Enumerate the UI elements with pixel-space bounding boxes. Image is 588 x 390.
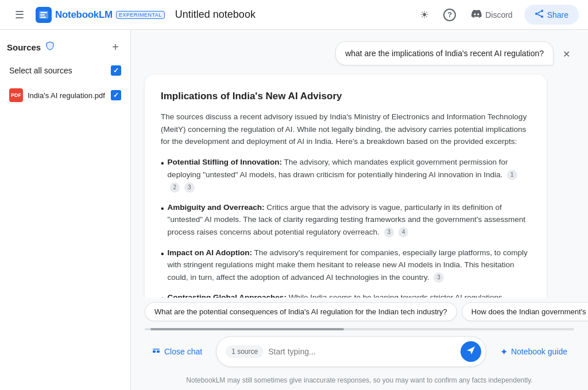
select-all-checkbox[interactable] (111, 65, 121, 76)
sources-header: Sources + (7, 39, 123, 55)
nav-left: ☰ NotebookLM EXPERIMENTAL Untitled noteb… (9, 5, 407, 25)
cite-badge-1[interactable]: 1 (507, 170, 517, 180)
close-chat-icon (152, 346, 161, 357)
input-bar: Close chat 1 source ✦ Notebook guide (131, 330, 588, 373)
svg-rect-4 (40, 17, 46, 18)
notebook-guide-button[interactable]: ✦ Notebook guide (493, 342, 574, 362)
suggestions-row: What are the potential consequences of I… (131, 298, 588, 326)
svg-rect-10 (153, 350, 156, 353)
brand-logo-area: NotebookLM EXPERIMENTAL (36, 7, 165, 23)
svg-rect-11 (157, 350, 160, 353)
bullet-icon: • (161, 291, 164, 298)
shield-icon (45, 41, 55, 53)
ai-response-title: Implications of India's New AI Advisory (161, 88, 531, 104)
svg-line-8 (537, 11, 541, 13)
ai-response-intro: The sources discuss a recent advisory is… (161, 111, 531, 148)
brightness-button[interactable]: ☀ (414, 5, 435, 25)
notebook-guide-label: Notebook guide (511, 347, 567, 356)
ai-point-4-content: Contrasting Global Approaches: While Ind… (168, 291, 531, 298)
ai-point-2-label: Ambiguity and Overreach: (168, 203, 265, 212)
select-all-row[interactable]: Select all sources (7, 62, 123, 79)
nav-right: ☀ ? Discord Share (414, 5, 579, 25)
source-checkbox[interactable] (111, 90, 121, 100)
sources-title-row: Sources (7, 41, 55, 53)
chat-input[interactable] (268, 347, 456, 356)
ai-point-2-content: Ambiguity and Overreach: Critics argue t… (168, 201, 531, 239)
user-message: what are the implications of India's rec… (335, 41, 574, 65)
share-button[interactable]: Share (524, 5, 579, 25)
svg-point-7 (541, 15, 543, 18)
suggestion-chip-2[interactable]: How does the Indian government's ap (462, 302, 588, 321)
footer-disclaimer: NotebookLM may still sometimes give inac… (131, 373, 588, 390)
menu-button[interactable]: ☰ (9, 5, 30, 25)
send-icon (466, 345, 476, 358)
brightness-icon: ☀ (420, 9, 429, 21)
main-layout: Sources + Select all sources PDF India's… (0, 30, 588, 390)
cite-badge-3c[interactable]: 3 (434, 272, 444, 283)
chat-area: what are the implications of India's rec… (131, 30, 588, 390)
send-button[interactable] (461, 341, 481, 362)
share-icon (535, 9, 544, 20)
notebook-title[interactable]: Untitled notebook (175, 9, 256, 21)
source-name: India's AI regulation.pdf (28, 91, 106, 100)
sources-label: Sources (7, 42, 41, 52)
ai-point-1-content: Potential Stifling of Innovation: The ad… (168, 156, 531, 193)
user-question-text: what are the implications of India's rec… (345, 49, 544, 58)
ai-point-3-label: Impact on AI Adoption: (168, 248, 252, 257)
ai-response-card: Implications of India's New AI Advisory … (145, 75, 547, 298)
notebooklm-logo-icon (36, 7, 52, 23)
share-label: Share (547, 10, 568, 20)
brand-name: NotebookLM (55, 9, 113, 21)
discord-button[interactable]: Discord (465, 6, 519, 23)
ai-point-1-label: Potential Stifling of Innovation: (168, 158, 282, 166)
ai-point-1: • Potential Stifling of Innovation: The … (161, 156, 531, 193)
chat-messages: what are the implications of India's rec… (131, 30, 588, 298)
close-chat-button[interactable]: Close chat (145, 342, 209, 362)
cite-badge-3[interactable]: 3 (184, 182, 195, 193)
select-all-label: Select all sources (9, 66, 72, 75)
pdf-icon: PDF (9, 88, 23, 102)
add-icon: + (112, 41, 119, 53)
ai-point-3: • Impact on AI Adoption: The advisory's … (161, 247, 531, 284)
discord-icon (471, 10, 482, 20)
svg-point-6 (535, 13, 537, 15)
ai-point-4: • Contrasting Global Approaches: While I… (161, 291, 531, 298)
ai-response-list: • Potential Stifling of Innovation: The … (161, 156, 531, 298)
help-icon: ? (443, 9, 456, 21)
svg-rect-2 (40, 12, 47, 13)
bullet-icon: • (161, 201, 164, 216)
svg-rect-3 (40, 14, 45, 15)
source-item-india-ai[interactable]: PDF India's AI regulation.pdf (7, 84, 123, 107)
close-chat-label: Close chat (164, 347, 202, 356)
source-count-badge: 1 source (226, 345, 264, 358)
help-button[interactable]: ? (439, 5, 460, 25)
cite-badge-2[interactable]: 2 (170, 182, 180, 193)
cite-badge-3b[interactable]: 3 (384, 227, 394, 237)
ai-point-3-content: Impact on AI Adoption: The advisory's re… (168, 247, 531, 284)
bullet-icon: • (161, 247, 164, 262)
brand-badge: EXPERIMENTAL (116, 11, 165, 19)
suggestion-chip-1[interactable]: What are the potential consequences of I… (145, 302, 457, 321)
ai-point-2: • Ambiguity and Overreach: Critics argue… (161, 201, 531, 239)
ai-point-4-label: Contrasting Global Approaches: (168, 293, 287, 298)
svg-point-5 (541, 10, 543, 12)
add-source-button[interactable]: + (107, 39, 123, 55)
sidebar: Sources + Select all sources PDF India's… (0, 30, 131, 390)
hamburger-icon: ☰ (15, 9, 24, 21)
sparkle-icon: ✦ (500, 346, 508, 357)
cite-badge-4[interactable]: 4 (399, 227, 409, 237)
chat-input-wrapper: 1 source (216, 336, 486, 367)
close-message-button[interactable]: ✕ (558, 46, 574, 62)
discord-label: Discord (485, 10, 512, 20)
top-nav: ☰ NotebookLM EXPERIMENTAL Untitled noteb… (0, 0, 588, 30)
bullet-icon: • (161, 156, 164, 171)
svg-line-9 (537, 14, 541, 16)
user-bubble: what are the implications of India's rec… (335, 41, 554, 65)
svg-rect-12 (153, 349, 160, 350)
